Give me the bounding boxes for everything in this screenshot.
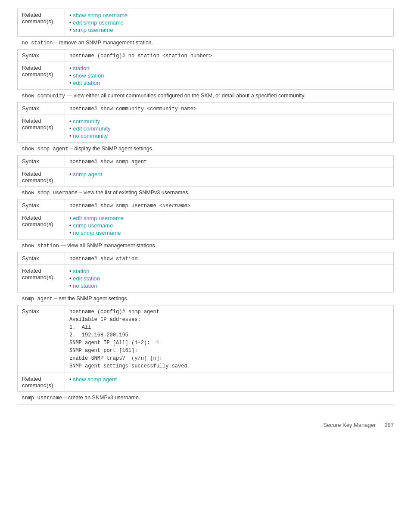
list-item: snmp username bbox=[69, 26, 389, 34]
command-link[interactable]: station bbox=[73, 65, 89, 72]
command-link[interactable]: edit snmp username bbox=[73, 215, 124, 221]
section-command: show station bbox=[22, 243, 59, 249]
command-link[interactable]: show station bbox=[73, 72, 104, 79]
table-row: Syntaxhostname# show snmp agent bbox=[18, 156, 394, 168]
row-label: Relatedcommand(s) bbox=[18, 373, 65, 392]
command-link[interactable]: edit snmp username bbox=[73, 19, 124, 26]
list-item: station bbox=[69, 268, 389, 275]
syntax-code: hostname# show station bbox=[69, 256, 137, 262]
related-commands-list: show snmp usernameedit snmp usernamesnmp… bbox=[69, 12, 389, 34]
section-header: show snmp username – view the list of ex… bbox=[18, 187, 394, 199]
section-command: snmp username bbox=[22, 395, 62, 401]
section-command: show community bbox=[22, 93, 65, 99]
section-header: show station — view all SNMP management … bbox=[18, 240, 394, 252]
row-content: communityedit communityno community bbox=[65, 115, 394, 143]
list-item: station bbox=[69, 65, 389, 72]
row-content: hostname# show snmp username <username> bbox=[65, 199, 394, 212]
section-description: — view either all current communities co… bbox=[65, 93, 305, 99]
list-item: edit station bbox=[69, 275, 389, 282]
section-description: – view the list of existing SNMPv3 usern… bbox=[78, 190, 190, 196]
command-link[interactable]: station bbox=[73, 268, 89, 274]
list-item: community bbox=[69, 118, 389, 125]
row-content: stationedit stationno station bbox=[65, 265, 394, 292]
row-content: stationshow stationedit station bbox=[65, 62, 394, 90]
table-row: Syntaxhostname# show community <communit… bbox=[18, 103, 394, 115]
table-row: Syntaxhostname# show station bbox=[18, 252, 394, 265]
row-content: hostname (config)# snmp agent Available … bbox=[65, 305, 394, 373]
command-link[interactable]: no station bbox=[73, 283, 97, 289]
section-command: show snmp username bbox=[22, 190, 78, 196]
list-item: no community bbox=[69, 132, 389, 140]
related-commands-list: edit snmp usernamesnmp usernameno snmp u… bbox=[69, 215, 389, 236]
section-header: no station – remove an SNMP management s… bbox=[18, 37, 394, 50]
table-row: Relatedcommand(s)communityedit community… bbox=[18, 115, 394, 143]
command-link[interactable]: show snmp agent bbox=[73, 376, 117, 383]
section-description: — view all SNMP management stations. bbox=[59, 243, 156, 249]
command-link[interactable]: snmp username bbox=[73, 27, 113, 33]
main-table: Relatedcommand(s)show snmp usernameedit … bbox=[17, 9, 394, 404]
command-link[interactable]: snmp agent bbox=[73, 171, 102, 177]
section-header: show community — view either all current… bbox=[18, 90, 394, 103]
row-content: show snmp agent bbox=[65, 373, 394, 392]
command-link[interactable]: show snmp username bbox=[73, 12, 128, 19]
row-label: Syntax bbox=[18, 156, 65, 168]
row-content: edit snmp usernamesnmp usernameno snmp u… bbox=[65, 212, 394, 240]
section-command: snmp agent bbox=[22, 296, 53, 302]
list-item: no snmp username bbox=[69, 229, 389, 236]
table-row: Relatedcommand(s)stationshow stationedit… bbox=[18, 62, 394, 90]
row-content: hostname# show community <community name… bbox=[65, 103, 394, 115]
command-link[interactable]: community bbox=[73, 118, 100, 124]
table-row: Syntaxhostname# show snmp username <user… bbox=[18, 199, 394, 212]
section-command: no station bbox=[22, 40, 53, 46]
row-label: Relatedcommand(s) bbox=[18, 168, 65, 187]
related-commands-list: snmp agent bbox=[69, 171, 389, 178]
footer-product: Secure Key Manager bbox=[323, 422, 376, 428]
row-label: Relatedcommand(s) bbox=[18, 115, 65, 143]
command-link[interactable]: no snmp username bbox=[73, 230, 121, 236]
list-item: edit community bbox=[69, 125, 389, 132]
section-command: show snmp agent bbox=[22, 146, 68, 152]
row-label: Relatedcommand(s) bbox=[18, 62, 65, 90]
list-item: show snmp username bbox=[69, 12, 389, 19]
related-commands-list: stationedit stationno station bbox=[69, 268, 389, 289]
syntax-codeblock: hostname (config)# snmp agent Available … bbox=[69, 308, 389, 370]
section-description: – remove an SNMP management station. bbox=[53, 40, 153, 46]
related-commands-list: show snmp agent bbox=[69, 376, 389, 383]
related-commands-list: communityedit communityno community bbox=[69, 118, 389, 140]
page-wrapper: Relatedcommand(s)show snmp usernameedit … bbox=[17, 9, 394, 428]
row-content: hostname# show snmp agent bbox=[65, 156, 394, 168]
table-row: Relatedcommand(s)show snmp agent bbox=[18, 373, 394, 392]
list-item: snmp agent bbox=[69, 171, 389, 178]
row-label: Syntax bbox=[18, 305, 65, 373]
command-link[interactable]: edit station bbox=[73, 80, 100, 86]
command-link[interactable]: snmp username bbox=[73, 222, 113, 229]
section-header: snmp username – create an SNMPv3 usernam… bbox=[18, 392, 394, 404]
row-content: hostname# show station bbox=[65, 252, 394, 265]
row-label: Relatedcommand(s) bbox=[18, 212, 65, 240]
list-item: edit snmp username bbox=[69, 215, 389, 222]
list-item: show snmp agent bbox=[69, 376, 389, 383]
table-row: Relatedcommand(s)stationedit stationno s… bbox=[18, 265, 394, 292]
list-item: show station bbox=[69, 72, 389, 79]
section-description: – create an SNMPv3 username. bbox=[62, 395, 140, 401]
footer: Secure Key Manager 287 bbox=[17, 422, 394, 428]
syntax-code: hostname# show snmp agent bbox=[69, 159, 147, 165]
list-item: edit station bbox=[69, 79, 389, 87]
syntax-code: hostname# show community <community name… bbox=[69, 106, 196, 112]
row-content: hostname (config)# no station <station n… bbox=[65, 50, 394, 62]
syntax-code: hostname (config)# no station <station n… bbox=[69, 53, 212, 59]
footer-page: 287 bbox=[384, 422, 394, 428]
list-item: snmp username bbox=[69, 222, 389, 229]
row-label: Relatedcommand(s) bbox=[18, 265, 65, 292]
section-description: – display the SNMP agent settings. bbox=[68, 146, 154, 152]
row-label: Syntax bbox=[18, 50, 65, 62]
command-link[interactable]: no community bbox=[73, 133, 108, 139]
related-commands-list: stationshow stationedit station bbox=[69, 65, 389, 87]
table-row: Relatedcommand(s)snmp agent bbox=[18, 168, 394, 187]
section-header: snmp agent – set the SNMP agent settings… bbox=[18, 292, 394, 305]
row-label: Syntax bbox=[18, 252, 65, 265]
command-link[interactable]: edit community bbox=[73, 125, 110, 132]
command-link[interactable]: edit station bbox=[73, 275, 100, 282]
table-row: Relatedcommand(s)show snmp usernameedit … bbox=[18, 9, 394, 37]
table-row: Syntaxhostname (config)# snmp agent Avai… bbox=[18, 305, 394, 373]
